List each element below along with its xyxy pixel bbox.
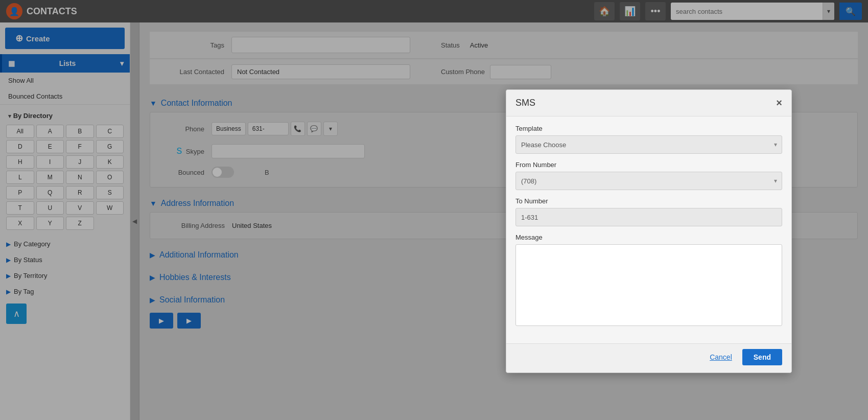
from-number-label: From Number <box>515 161 782 169</box>
template-select[interactable]: Please Choose <box>515 135 782 154</box>
to-number-field: To Number 1-631 <box>515 197 782 226</box>
cancel-button[interactable]: Cancel <box>705 349 737 365</box>
modal-body: Template Please Choose ▾ From Number (70… <box>506 116 791 343</box>
from-number-select[interactable]: (708) <box>515 172 782 190</box>
template-field: Template Please Choose ▾ <box>515 125 782 154</box>
send-button[interactable]: Send <box>742 349 782 365</box>
to-number-value: 1-631 <box>515 208 782 226</box>
modal-header: SMS × <box>506 90 791 116</box>
message-label: Message <box>515 234 782 241</box>
from-number-select-wrapper: (708) ▾ <box>515 172 782 190</box>
from-number-field: From Number (708) ▾ <box>515 161 782 190</box>
template-select-wrapper: Please Choose ▾ <box>515 135 782 154</box>
modal-footer: Cancel Send <box>506 343 791 372</box>
template-label: Template <box>515 125 782 132</box>
modal-close-button[interactable]: × <box>776 97 782 109</box>
message-textarea[interactable] <box>515 244 782 326</box>
sms-modal: SMS × Template Please Choose ▾ From Numb… <box>506 89 792 373</box>
to-number-label: To Number <box>515 197 782 205</box>
modal-title: SMS <box>515 98 535 108</box>
message-field: Message <box>515 234 782 328</box>
